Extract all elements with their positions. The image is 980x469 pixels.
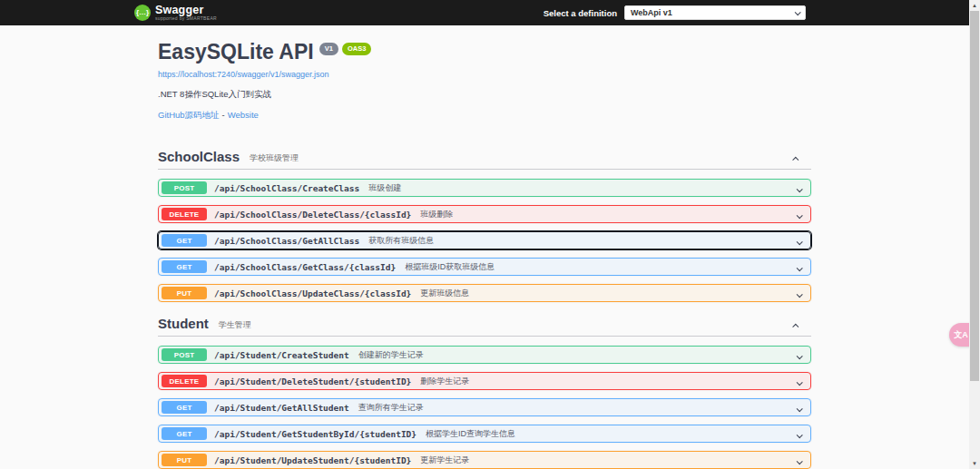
endpoint-path: /api/Student/CreateStudent: [214, 350, 349, 360]
page-title: EasySQLite API: [158, 40, 314, 64]
website-link[interactable]: Website: [228, 110, 259, 120]
chevron-up-icon[interactable]: [792, 147, 800, 167]
endpoint-path: /api/Student/DeleteStudent/{studentID}: [214, 376, 411, 386]
http-method-badge: GET: [162, 427, 207, 440]
tag-section: Student 学生管理 POST /api/Student/CreateStu…: [158, 315, 811, 469]
endpoint-row[interactable]: POST /api/SchoolClass/CreateClass 班级创建: [158, 179, 811, 197]
endpoint-path: /api/SchoolClass/GetAllClass: [214, 236, 359, 246]
http-method-badge: POST: [162, 348, 207, 361]
scroll-down-arrow-icon[interactable]: ▼: [969, 458, 980, 469]
endpoint-summary: 更新学生记录: [420, 454, 469, 466]
section-header[interactable]: SchoolClass 学校班级管理: [158, 148, 811, 170]
section-title: Student: [158, 316, 209, 331]
scrollbar-thumb[interactable]: [970, 11, 979, 381]
section-description: 学校班级管理: [250, 152, 299, 164]
chevron-down-icon[interactable]: [795, 371, 803, 391]
swagger-logo: {…} Swagger supported by SMARTBEAR: [134, 5, 217, 22]
chevron-down-icon[interactable]: [795, 230, 803, 250]
oas3-badge: OAS3: [342, 43, 371, 55]
chevron-down-icon[interactable]: [795, 257, 803, 277]
endpoint-row[interactable]: GET /api/Student/GetStudentById/{student…: [158, 425, 811, 443]
github-link[interactable]: GitHub源码地址: [158, 110, 220, 120]
definition-select[interactable]: WebApi v1: [624, 5, 806, 20]
endpoint-row[interactable]: PUT /api/SchoolClass/UpdateClass/{classI…: [158, 284, 811, 302]
http-method-badge: DELETE: [162, 208, 207, 220]
api-sections: SchoolClass 学校班级管理 POST /api/SchoolClass…: [158, 148, 811, 469]
definition-select-value: WebApi v1: [631, 8, 672, 17]
chevron-down-icon[interactable]: [795, 204, 803, 224]
chevron-down-icon[interactable]: [795, 283, 803, 303]
chevron-down-icon[interactable]: [795, 397, 803, 417]
endpoint-row[interactable]: PUT /api/Student/UpdateStudent/{studentI…: [158, 451, 811, 469]
endpoint-summary: 班级创建: [368, 182, 401, 194]
http-method-badge: DELETE: [162, 375, 207, 387]
operations-list: POST /api/SchoolClass/CreateClass 班级创建 D…: [158, 179, 811, 302]
link-separator: -: [222, 110, 225, 120]
endpoint-path: /api/Student/GetStudentById/{studentID}: [214, 429, 416, 439]
endpoint-summary: 根据学生ID查询学生信息: [426, 428, 515, 440]
endpoint-summary: 查询所有学生记录: [358, 402, 424, 414]
endpoint-path: /api/Student/UpdateStudent/{studentID}: [214, 455, 411, 465]
scroll-up-arrow-icon[interactable]: ▲: [969, 0, 980, 11]
swagger-logo-text: Swagger: [155, 5, 217, 16]
http-method-badge: POST: [162, 181, 207, 194]
endpoint-row[interactable]: GET /api/SchoolClass/GetAllClass 获取所有班级信…: [158, 231, 811, 249]
tag-section: SchoolClass 学校班级管理 POST /api/SchoolClass…: [158, 148, 811, 302]
http-method-badge: GET: [162, 234, 207, 247]
endpoint-row[interactable]: GET /api/SchoolClass/GetClass/{classId} …: [158, 258, 811, 276]
endpoint-row[interactable]: GET /api/Student/GetAllStudent 查询所有学生记录: [158, 398, 811, 416]
http-method-badge: GET: [162, 260, 207, 273]
definition-select-label: Select a definition: [544, 8, 617, 18]
endpoint-path: /api/SchoolClass/CreateClass: [214, 183, 359, 193]
swagger-json-link[interactable]: https://localhost:7240/swagger/v1/swagge…: [158, 70, 329, 79]
swagger-logo-icon: {…}: [134, 5, 151, 21]
swagger-logo-subtext: supported by SMARTBEAR: [155, 16, 217, 21]
endpoint-summary: 班级删除: [420, 209, 453, 220]
endpoint-summary: 根据班级ID获取班级信息: [405, 261, 495, 273]
api-info: EasySQLite API V1 OAS3 https://localhost…: [158, 25, 811, 122]
endpoint-path: /api/Student/GetAllStudent: [214, 403, 349, 413]
endpoint-summary: 更新班级信息: [420, 288, 469, 299]
chevron-down-icon: [795, 9, 801, 15]
http-method-badge: PUT: [162, 454, 207, 466]
operations-list: POST /api/Student/CreateStudent 创建新的学生记录…: [158, 346, 811, 469]
endpoint-row[interactable]: DELETE /api/Student/DeleteStudent/{stude…: [158, 372, 811, 390]
topbar: {…} Swagger supported by SMARTBEAR Selec…: [0, 0, 980, 25]
version-badge: V1: [319, 43, 338, 55]
endpoint-summary: 删除学生记录: [420, 376, 469, 387]
endpoint-path: /api/SchoolClass/DeleteClass/{classId}: [214, 210, 411, 220]
endpoint-summary: 获取所有班级信息: [368, 235, 434, 247]
endpoint-path: /api/SchoolClass/GetClass/{classId}: [214, 262, 396, 272]
section-header[interactable]: Student 学生管理: [158, 315, 811, 337]
endpoint-row[interactable]: DELETE /api/SchoolClass/DeleteClass/{cla…: [158, 205, 811, 223]
http-method-badge: GET: [162, 401, 207, 414]
section-title: SchoolClass: [158, 149, 240, 164]
endpoint-row[interactable]: POST /api/Student/CreateStudent 创建新的学生记录: [158, 346, 811, 364]
main-content: EasySQLite API V1 OAS3 https://localhost…: [158, 25, 811, 469]
chevron-down-icon[interactable]: [795, 178, 803, 198]
http-method-badge: PUT: [162, 287, 207, 299]
endpoint-path: /api/SchoolClass/UpdateClass/{classId}: [214, 288, 411, 298]
section-description: 学生管理: [219, 319, 251, 331]
chevron-down-icon[interactable]: [795, 345, 803, 365]
vertical-scrollbar[interactable]: ▲ ▼: [969, 0, 980, 469]
chevron-down-icon[interactable]: [795, 424, 803, 444]
endpoint-summary: 创建新的学生记录: [358, 349, 424, 361]
chevron-up-icon[interactable]: [792, 314, 800, 334]
translate-icon: 文A: [954, 329, 968, 341]
chevron-down-icon[interactable]: [795, 450, 803, 469]
api-description: .NET 8操作SQLite入门到实战: [158, 89, 811, 101]
